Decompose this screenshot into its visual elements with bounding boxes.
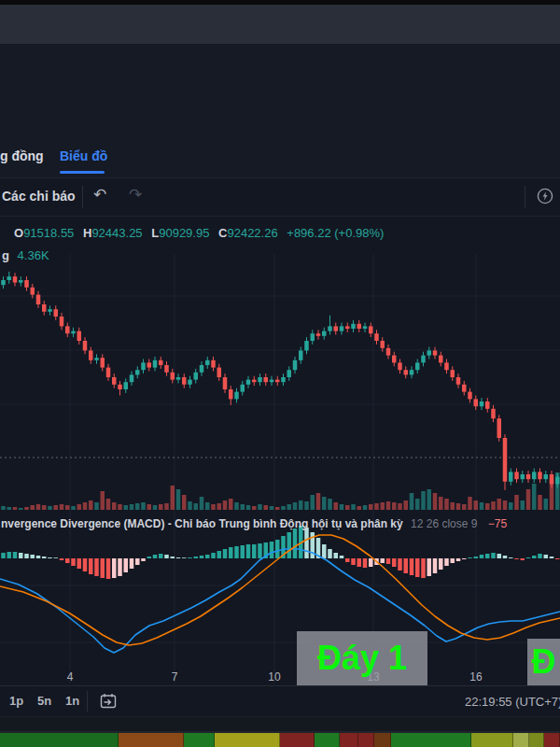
ticker-label: ANV (418, 744, 443, 747)
time-axis-label: 4 (67, 670, 74, 684)
tabs-row: g đồng Biểu đồ (0, 137, 560, 177)
toolbar-separator (82, 186, 83, 208)
indicators-button[interactable]: Các chỉ báo (2, 189, 76, 204)
ticker-label: KHG (233, 744, 260, 747)
timeframe-1d-button[interactable]: 1n (65, 694, 79, 708)
toolbar-separator (525, 186, 525, 208)
flash-icon[interactable] (536, 187, 554, 209)
ticker-cell[interactable] (358, 733, 374, 747)
time-axis-label: 10 (268, 670, 280, 684)
ticker-cell[interactable] (544, 733, 560, 747)
ticker-heatmap-strip: KHGHDCVREANVDBC (0, 731, 560, 747)
trading-app-screen: + Theo dõi + Cập nhật lúc22:19:55 g đồng… (0, 0, 560, 747)
bottom-toolbar: 1p 5n 1n 22:19:55 (UTC+7) (0, 686, 560, 717)
ticker-cell[interactable] (119, 733, 184, 747)
volume-legend: g 4.36K (2, 248, 49, 262)
bottom-marker-label: Đáy 1 (297, 631, 427, 685)
ohlc-legend: O91518.55 H92443.25 L90929.95 C92422.26 … (14, 226, 384, 240)
timeframe-5m-button[interactable]: 5n (37, 694, 51, 708)
session-clock[interactable]: 22:19:55 (UTC+7) (465, 695, 560, 709)
macd-value: −75 (488, 517, 507, 530)
ticker-cell-dbc[interactable]: DBC (471, 733, 513, 747)
ticker-cell[interactable] (0, 733, 119, 747)
redo-icon: ↷ (129, 185, 142, 204)
change-value: +896.22 (+0.98%) (287, 226, 384, 240)
chart-area[interactable]: O91518.55 H92443.25 L90929.95 C92422.26 … (0, 217, 560, 686)
ticker-cell-anv[interactable]: ANV (391, 733, 471, 747)
time-axis-label: 7 (172, 670, 178, 684)
ticker-cell-khg[interactable]: KHG (215, 733, 280, 747)
toolbar-separator (87, 691, 88, 712)
tab-chart[interactable]: Biểu đồ (60, 148, 107, 163)
ticker-cell[interactable] (513, 733, 529, 747)
ticker-cell[interactable] (529, 733, 544, 747)
time-axis-label: 16 (469, 670, 482, 684)
ticker-label: HDC (284, 744, 310, 747)
strip-gap (0, 717, 560, 731)
active-tab-underline (60, 171, 105, 174)
macd-legend: nvergence Divergence (MACD) - Chỉ báo Tr… (1, 517, 507, 530)
app-title-bar (0, 5, 560, 45)
ticker-cell[interactable] (184, 733, 215, 747)
ticker-cell[interactable] (340, 733, 358, 747)
tab-community[interactable]: g đồng (0, 148, 44, 163)
timeframe-1m-button[interactable]: 1p (9, 694, 23, 708)
ticker-cell-hdc[interactable]: HDC (280, 733, 315, 747)
ticker-cell[interactable] (374, 733, 391, 747)
bottom-marker-label: Đ (527, 639, 560, 685)
undo-icon[interactable]: ↶ (93, 185, 106, 204)
candlestick-macd-chart (0, 217, 560, 690)
ticker-cell-vre[interactable]: VRE (315, 733, 340, 747)
go-to-date-icon[interactable] (99, 692, 118, 714)
ticker-label: VRE (315, 744, 339, 747)
chart-toolbar: Các chỉ báo ↶ ↷ (0, 177, 560, 217)
ticker-label: DBC (479, 744, 505, 747)
symbol-header-panel: + Theo dõi + Cập nhật lúc22:19:55 (0, 45, 560, 137)
